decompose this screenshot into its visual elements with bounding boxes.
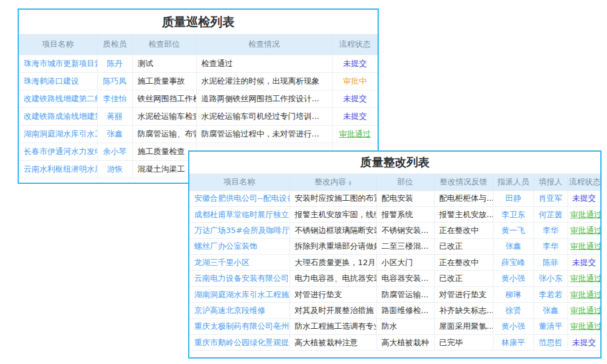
flow-status-cell: 未提交 — [332, 107, 378, 125]
rectify-content-cell: 电力电容器、电抗器安装方案,... — [290, 271, 376, 286]
assignee-link[interactable]: 黄一飞 — [493, 223, 534, 238]
flow-status-cell[interactable]: 审批通过 — [568, 238, 600, 254]
project-name-link[interactable]: 珠海市城市更新项目紫... — [19, 55, 97, 72]
inspector-link[interactable]: 张鑫 — [97, 125, 132, 143]
inspection-situation-cell: 道路两侧铁丝网围挡工作按设计... — [196, 90, 332, 107]
flow-status-cell[interactable]: 审批通过 — [568, 303, 600, 318]
project-name-link[interactable]: 湖南洞庭湖水库引水工... — [19, 125, 97, 143]
part-cell: 小区大门 — [376, 255, 434, 271]
project-name-link[interactable]: 京沪高速北京段维修 — [189, 303, 290, 318]
filler-link[interactable]: 张鑫 — [534, 303, 568, 318]
part-cell: 防腐管运输... — [376, 286, 434, 302]
assignee-link[interactable]: 李卫东 — [493, 206, 534, 222]
table-row: 改建铁路成渝线增建第...蒋丽水泥砼运输车检查水泥砼运输车司机经过专门培训...… — [19, 107, 378, 125]
filler-link[interactable]: 范思哲 — [534, 335, 568, 351]
rectification-list-title: 质量整改列表 — [189, 152, 600, 174]
inspector-link[interactable]: 陈巧凤 — [97, 72, 132, 90]
col-header-rectify-content[interactable]: 整改内容▲▼ — [290, 174, 376, 190]
filler-link[interactable]: 何芷茵 — [534, 206, 568, 222]
flow-status-cell[interactable]: 审批通过 — [568, 223, 600, 238]
project-name-link[interactable]: 重庆市鹅岭公园绿化景观提升... — [189, 335, 290, 351]
filler-link[interactable]: 张小东 — [534, 271, 568, 286]
table-row: 螺丝厂办公室装饰拆除到承重墙部分请做好加固...二至三楼混...已改正张鑫李华审… — [189, 238, 600, 254]
flow-status-cell[interactable]: 审批通过 — [568, 206, 600, 222]
project-name-link[interactable]: 改建铁路线增建第二线... — [19, 90, 97, 107]
part-cell: 报警系统 — [376, 206, 434, 222]
inspection-part-cell: 混凝土沟渠工 — [132, 160, 196, 178]
filler-link[interactable]: 董清平 — [534, 318, 568, 334]
rectification-header-row: 项目名称 整改内容▲▼ 部位 整改情况反馈 指派人员 填报人 流程状态 — [189, 174, 600, 190]
feedback-cell: 补齐缺失标志... — [434, 303, 493, 318]
part-cell: 路面维修检... — [376, 303, 434, 318]
col-header-flow-status: 流程状态 — [332, 35, 378, 55]
flow-status-cell[interactable]: 审批通过 — [568, 286, 600, 302]
inspection-part-cell: 施工质量事故 — [132, 72, 196, 90]
assignee-link[interactable]: 薛宝峰 — [493, 255, 534, 271]
col-header-assignee: 指派人员 — [493, 174, 534, 190]
table-row: 湖南洞庭湖水库引水工程施工标对管进行垫支防腐管运输...对管进行垫支柳琳李若若审… — [189, 286, 600, 302]
inspection-situation-cell: 水泥砼运输车司机经过专门培训... — [196, 107, 332, 125]
rectify-content-cell: 对其及时开展整治措施，桥头... — [290, 303, 376, 318]
rectification-list-card: 质量整改列表 项目名称 整改内容▲▼ 部位 整改情况反馈 指派人员 填报人 流程… — [188, 150, 602, 359]
project-name-link[interactable]: 万达广场35#会所及咖啡厅空... — [189, 223, 290, 238]
inspection-part-cell: 铁丝网围挡工作检查 — [132, 90, 196, 107]
part-cell: 防水 — [376, 318, 434, 334]
project-name-link[interactable]: 龙湖三千里小区 — [189, 255, 290, 271]
assignee-link[interactable]: 林康平 — [493, 335, 534, 351]
table-row: 重庆市鹅岭公园绿化景观提升...高大植被栽种注意高大植被栽种已完毕林康平范思哲未… — [189, 335, 600, 351]
filler-link[interactable]: 肖亚军 — [534, 190, 568, 206]
feedback-cell: 已改正 — [434, 271, 493, 286]
inspection-situation-cell: 水泥砼灌注的时候，出现离析现象 — [196, 72, 332, 90]
assignee-link[interactable]: 黄小强 — [493, 318, 534, 334]
part-cell: 二至三楼混... — [376, 238, 434, 254]
filler-link[interactable]: 李若若 — [534, 286, 568, 302]
project-name-link[interactable]: 螺丝厂办公室装饰 — [189, 238, 290, 254]
assignee-link[interactable]: 田静 — [493, 190, 534, 206]
feedback-cell: 报警主机安放... — [434, 206, 493, 222]
flow-status-cell: 未提交 — [568, 335, 600, 351]
col-header-inspection-situation: 检查情况 — [196, 35, 332, 55]
project-name-link[interactable]: 成都杜甫草堂临时展厅独立展... — [189, 206, 290, 222]
project-name-link[interactable]: 长春市伊通河水力发电... — [19, 143, 97, 160]
flow-status-cell: 未提交 — [568, 255, 600, 271]
project-name-link[interactable]: 云南电力设备安装有限公司20... — [189, 271, 290, 286]
feedback-cell: 正在整改中 — [434, 223, 493, 238]
assignee-link[interactable]: 张鑫 — [493, 238, 534, 254]
part-cell: 配电安装 — [376, 190, 434, 206]
col-header-flow-status: 流程状态 — [568, 174, 600, 190]
rectify-content-cell: 高大植被栽种注意 — [290, 335, 376, 351]
project-name-link[interactable]: 安徽合肥供电公司--配电设备... — [189, 190, 290, 206]
project-name-link[interactable]: 重庆太极制药有限公司亳州中... — [189, 318, 290, 334]
table-row: 珠海鹤港口建设陈巧凤施工质量事故水泥砼灌注的时候，出现离析现象审批中 — [19, 72, 378, 90]
project-name-link[interactable]: 湖南洞庭湖水库引水工程施工标 — [189, 286, 290, 302]
table-row: 改建铁路线增建第二线...李佳怡铁丝网围挡工作检查道路两侧铁丝网围挡工作按设计.… — [19, 90, 378, 107]
flow-status-cell: 审批中 — [332, 72, 378, 90]
inspection-part-cell: 水泥砼运输车检查 — [132, 107, 196, 125]
assignee-link[interactable]: 黄小强 — [493, 271, 534, 286]
inspector-link[interactable]: 游恢 — [97, 160, 132, 178]
inspector-link[interactable]: 李佳怡 — [97, 90, 132, 107]
inspection-part-cell: 施工质量检查 — [132, 143, 196, 160]
filler-link[interactable]: 陈菲 — [534, 255, 568, 271]
inspection-header-row: 项目名称 质检员 检查部位 检查情况 流程状态 — [19, 35, 378, 55]
flow-status-cell[interactable]: 审批通过 — [568, 271, 600, 286]
table-row: 重庆太极制药有限公司亳州中...防水工程施工选调有专业资质...防水屋面采用聚氯… — [189, 318, 600, 334]
project-name-link[interactable]: 改建铁路成渝线增建第... — [19, 107, 97, 125]
inspector-link[interactable]: 陈丹 — [97, 55, 132, 72]
sort-icon[interactable]: ▲▼ — [348, 180, 351, 186]
feedback-cell: 对管进行垫支 — [434, 286, 493, 302]
filler-link[interactable]: 李华 — [534, 223, 568, 238]
inspection-part-cell: 防腐管运输、布管 — [132, 125, 196, 143]
assignee-link[interactable]: 柳琳 — [493, 286, 534, 302]
project-name-link[interactable]: 云南水利枢纽潜明水库... — [19, 160, 97, 178]
filler-link[interactable]: 李华 — [534, 238, 568, 254]
inspector-link[interactable]: 蒋丽 — [97, 107, 132, 125]
flow-status-cell[interactable]: 审批通过 — [332, 125, 378, 143]
rectify-content-cell: 大理石质量更换，12月31日之... — [290, 255, 376, 271]
project-name-link[interactable]: 珠海鹤港口建设 — [19, 72, 97, 90]
inspector-link[interactable]: 余小琴 — [97, 143, 132, 160]
flow-status-cell[interactable]: 审批通过 — [568, 318, 600, 334]
col-header-inspector: 质检员 — [97, 35, 132, 55]
col-header-part: 部位 — [376, 174, 434, 190]
assignee-link[interactable]: 徐贤 — [493, 303, 534, 318]
